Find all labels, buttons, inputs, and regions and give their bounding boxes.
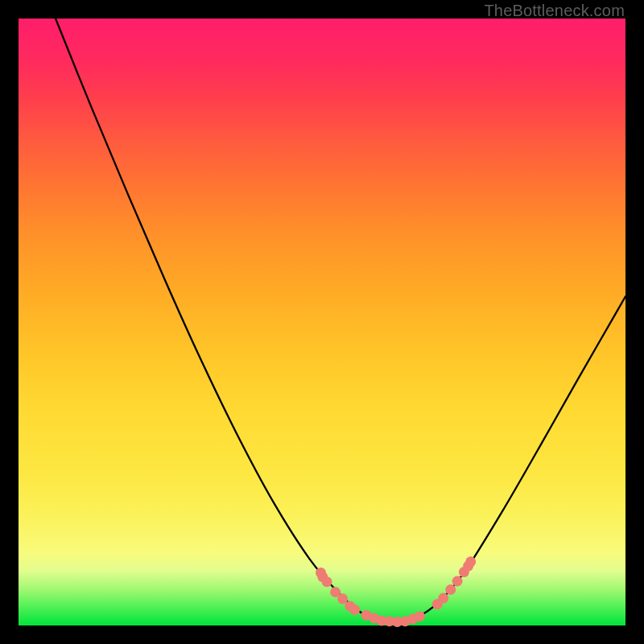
chart-frame: TheBottleneck.com <box>0 0 644 644</box>
chart-svg <box>19 19 625 625</box>
trough-marker-dot <box>445 584 456 595</box>
trough-marker-dot <box>438 593 448 604</box>
watermark-text: TheBottleneck.com <box>484 2 625 20</box>
trough-marker-dot <box>415 611 425 621</box>
trough-marker-dot <box>349 605 360 615</box>
trough-marker-dot <box>452 576 463 587</box>
trough-marker-dot <box>322 576 332 587</box>
trough-marker-dot <box>465 556 476 567</box>
trough-marker-group <box>316 556 476 627</box>
bottleneck-curve-line <box>56 19 625 622</box>
